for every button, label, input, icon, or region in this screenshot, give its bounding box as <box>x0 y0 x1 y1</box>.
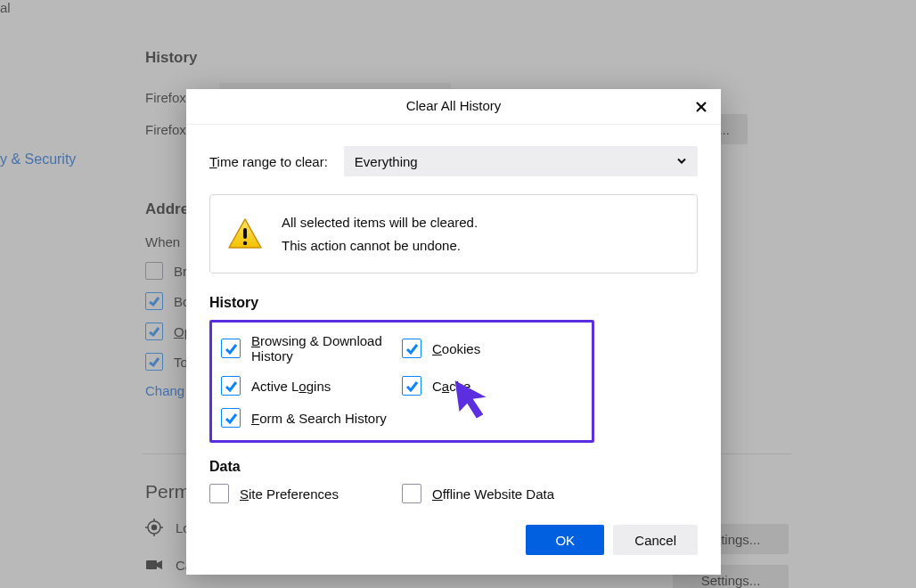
highlighted-options: Browsing & Download History Cookies Acti… <box>209 320 594 443</box>
cancel-button[interactable]: Cancel <box>613 525 698 555</box>
active-logins-label: Active Logins <box>251 379 331 394</box>
checkbox-browsing[interactable] <box>221 339 241 358</box>
time-range-label: Time range to clear: <box>209 154 328 169</box>
site-prefs-label: Site Preferences <box>240 486 339 502</box>
close-icon <box>695 101 707 113</box>
cookies-label: Cookies <box>432 341 480 356</box>
svg-rect-9 <box>243 228 247 239</box>
checkbox-site-prefs[interactable] <box>209 484 229 503</box>
history-section-heading: History <box>209 295 698 311</box>
close-button[interactable] <box>691 96 712 118</box>
cache-label: Cache <box>432 379 470 394</box>
checkbox-form[interactable] <box>221 408 241 428</box>
warning-line-2: This action cannot be undone. <box>282 234 478 257</box>
offline-data-label: Offline Website Data <box>432 486 554 502</box>
time-range-select[interactable]: Everything <box>344 146 698 176</box>
time-range-value: Everything <box>355 154 418 169</box>
warning-box: All selected items will be cleared. This… <box>209 194 698 274</box>
form-label: Form & Search History <box>251 411 387 426</box>
chevron-down-icon <box>676 154 687 169</box>
checkbox-cache[interactable] <box>402 376 421 396</box>
dialog-title: Clear All History <box>406 98 502 113</box>
checkbox-offline-data[interactable] <box>402 484 421 503</box>
ok-button[interactable]: OK <box>526 525 604 555</box>
svg-point-10 <box>243 241 247 244</box>
browsing-label: Browsing & Download History <box>251 333 402 363</box>
checkbox-cookies[interactable] <box>402 339 421 358</box>
checkbox-logins[interactable] <box>221 376 241 396</box>
data-section-heading: Data <box>209 459 698 475</box>
clear-history-dialog: Clear All History Time range to clear: E… <box>186 89 721 575</box>
warning-line-1: All selected items will be cleared. <box>282 211 478 234</box>
warning-icon <box>226 216 264 253</box>
